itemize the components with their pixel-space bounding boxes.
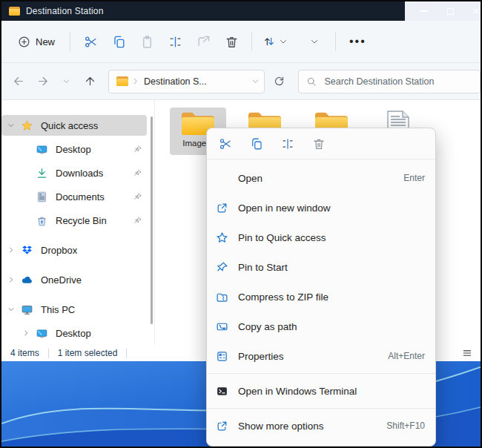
- sidebar-item-desktop-thispc[interactable]: Desktop: [1, 323, 147, 343]
- menu-item-properties[interactable]: Properties Alt+Enter: [207, 341, 435, 371]
- sidebar-item-label: Desktop: [56, 328, 147, 339]
- address-bar[interactable]: Destination S...: [108, 70, 265, 93]
- no-icon: [214, 171, 229, 185]
- menu-item-shortcut: Enter: [403, 173, 425, 183]
- window-controls: ✕: [405, 1, 481, 21]
- downloads-icon: [36, 167, 48, 179]
- pin-quick-access-icon: [214, 230, 229, 245]
- chevron-right-icon[interactable]: [16, 329, 36, 337]
- chevron-down-icon[interactable]: [251, 77, 260, 85]
- new-button-label: New: [36, 36, 55, 47]
- show-more-icon: [214, 418, 229, 433]
- menu-item-pin-start[interactable]: Pin to Start: [207, 252, 435, 282]
- rename-icon[interactable]: [277, 133, 299, 155]
- sidebar-item-label: OneDrive: [41, 274, 147, 286]
- menu-item-copy-as-path[interactable]: Copy as path: [207, 312, 435, 341]
- sort-icon: [263, 35, 276, 48]
- forward-button[interactable]: [31, 70, 53, 93]
- delete-icon[interactable]: [308, 133, 330, 155]
- new-button[interactable]: New: [9, 31, 64, 53]
- navigation-bar: Destination S...: [1, 63, 481, 100]
- sidebar-item-onedrive[interactable]: OneDrive: [1, 269, 147, 290]
- menu-item-label: Copy as path: [238, 321, 425, 332]
- pin-start-icon: [214, 260, 229, 274]
- back-button[interactable]: [7, 70, 30, 93]
- toolbar-divider: [335, 32, 336, 51]
- chevron-down-icon: [310, 37, 319, 46]
- breadcrumb[interactable]: Destination S...: [144, 76, 251, 87]
- sidebar-item-label: Downloads: [56, 168, 129, 179]
- sidebar-item-desktop[interactable]: Desktop: [1, 139, 147, 159]
- chevron-right-icon[interactable]: [1, 276, 21, 283]
- maximize-icon[interactable]: [440, 2, 460, 20]
- open-new-window-icon: [214, 200, 229, 215]
- chevron-right-icon[interactable]: [1, 246, 21, 254]
- dropbox-icon: [21, 244, 33, 257]
- terminal-icon: [214, 383, 229, 398]
- sidebar-item-label: This PC: [41, 304, 147, 315]
- selection-count: 1 item selected: [58, 348, 118, 358]
- status-divider: [48, 349, 49, 358]
- menu-item-shortcut: Alt+Enter: [388, 351, 425, 361]
- recent-locations-chevron-icon[interactable]: [55, 70, 77, 93]
- toolbar-divider: [251, 32, 252, 51]
- recycle-bin-icon: [36, 214, 48, 227]
- menu-item-label: Compress to ZIP file: [238, 291, 425, 303]
- cut-button[interactable]: [76, 29, 105, 54]
- menu-item-show-more[interactable]: Show more options Shift+F10: [207, 411, 435, 441]
- navigation-pane: Quick access Desktop Downloads Documents: [1, 100, 154, 345]
- details-view-icon[interactable]: [460, 346, 475, 360]
- menu-item-label: Open in new window: [238, 202, 425, 214]
- menu-item-open-terminal[interactable]: Open in Windows Terminal: [207, 376, 435, 406]
- folder-icon: [116, 76, 128, 86]
- folder-app-icon: [9, 7, 20, 16]
- paste-button[interactable]: [133, 29, 161, 54]
- sidebar-item-dropbox[interactable]: Dropbox: [1, 240, 147, 260]
- sidebar-scrollbar[interactable]: [151, 116, 153, 324]
- menu-separator: [207, 408, 435, 409]
- search-input[interactable]: [324, 76, 472, 87]
- context-menu: Open Enter Open in new window Pin to Qui…: [206, 128, 436, 447]
- star-icon: [21, 119, 33, 132]
- title-bar: Destination Station ✕: [1, 1, 481, 21]
- menu-item-label: Pin to Start: [238, 262, 425, 273]
- sidebar-item-label: Desktop: [56, 144, 129, 155]
- context-menu-quick-actions: [207, 128, 435, 159]
- sidebar-item-downloads[interactable]: Downloads: [1, 162, 147, 183]
- menu-item-open[interactable]: Open Enter: [207, 163, 435, 193]
- menu-item-compress-zip[interactable]: Compress to ZIP file: [207, 282, 435, 312]
- pin-icon: [129, 216, 147, 225]
- menu-item-label: Open in Windows Terminal: [238, 386, 425, 397]
- zip-folder-icon: [214, 289, 229, 304]
- copy-icon[interactable]: [245, 133, 268, 155]
- up-button[interactable]: [79, 70, 101, 93]
- explorer-window: Destination Station ✕ New •••: [0, 0, 482, 448]
- menu-item-open-new-window[interactable]: Open in new window: [207, 193, 435, 223]
- rename-button[interactable]: [161, 29, 189, 54]
- chevron-down-icon[interactable]: [1, 122, 21, 129]
- more-options-button[interactable]: •••: [342, 35, 374, 48]
- onedrive-icon: [21, 274, 33, 286]
- sidebar-item-this-pc[interactable]: This PC: [1, 299, 147, 320]
- sidebar-item-documents[interactable]: Documents: [1, 186, 147, 207]
- properties-icon: [214, 349, 229, 363]
- items-count: 4 items: [10, 348, 39, 358]
- sort-button[interactable]: [258, 35, 292, 48]
- refresh-button[interactable]: [269, 70, 290, 93]
- chevron-down-icon[interactable]: [1, 306, 21, 313]
- close-icon[interactable]: ✕: [466, 2, 482, 20]
- search-box: [298, 70, 481, 93]
- sidebar-item-quick-access[interactable]: Quick access: [1, 115, 147, 136]
- minimize-icon[interactable]: [414, 2, 435, 20]
- delete-button[interactable]: [217, 29, 245, 54]
- cut-icon[interactable]: [214, 133, 237, 155]
- copy-button[interactable]: [105, 29, 133, 54]
- sidebar-item-label: Recycle Bin: [56, 215, 129, 226]
- sidebar-item-label: Dropbox: [41, 245, 147, 256]
- share-button[interactable]: [189, 29, 217, 54]
- sidebar-item-recycle-bin[interactable]: Recycle Bin: [1, 210, 147, 231]
- copy-path-icon: [214, 319, 229, 334]
- menu-item-label: Pin to Quick access: [238, 232, 425, 243]
- menu-item-pin-quick-access[interactable]: Pin to Quick access: [207, 223, 435, 252]
- view-button[interactable]: [306, 37, 323, 46]
